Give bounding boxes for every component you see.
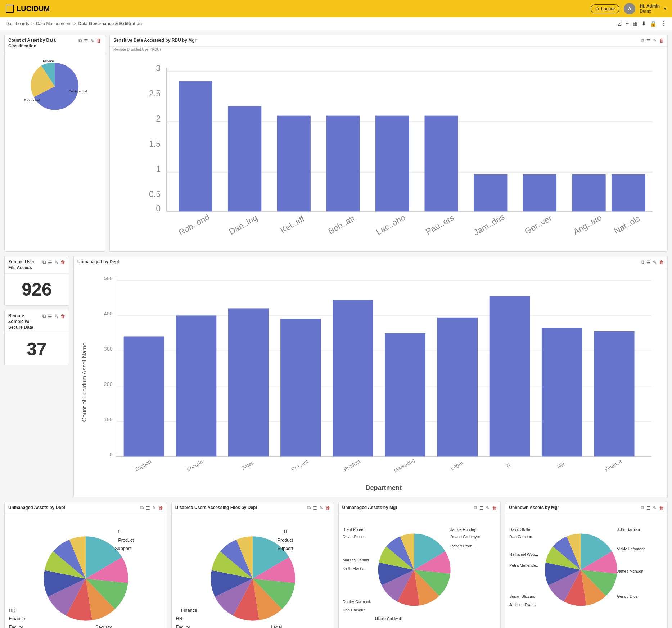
edit-icon[interactable]: ✎ [653,505,657,511]
svg-text:David Stolle: David Stolle [509,527,530,532]
delete-icon[interactable]: 🗑 [659,38,664,44]
copy-icon[interactable]: ⧉ [641,259,644,265]
svg-rect-53 [333,300,373,456]
copy-icon[interactable]: ⧉ [641,505,644,511]
table-icon[interactable]: ☰ [479,505,484,511]
svg-text:Janice Huntley: Janice Huntley [450,527,476,532]
table-icon[interactable]: ☰ [48,260,52,265]
wb-xam: John Barbian Vickie Lafontant James Mchu… [505,514,667,628]
widget-unmanaged-by-dept: Unmanaged by Dept ⧉ ☰ ✎ 🗑 Count of Lucid… [73,256,668,497]
copy-icon[interactable]: ⧉ [474,505,477,511]
table-icon[interactable]: ☰ [646,260,651,265]
breadcrumb: Dashboards > Data Management > Data Gove… [0,17,672,30]
svg-text:Pro..ent: Pro..ent [290,459,309,473]
wt-dud: Disabled Users Accessing Files by Dept [175,505,305,511]
edit-icon[interactable]: ✎ [54,314,58,319]
table-icon[interactable]: ☰ [646,505,651,511]
widget-disabled-users-dept: Disabled Users Accessing Files by Dept ⧉… [171,502,334,628]
svg-text:1: 1 [156,164,161,174]
delete-icon[interactable]: 🗑 [158,505,163,511]
locate-icon: ⊙ [595,6,599,12]
download-icon[interactable]: ⬇ [641,20,646,27]
svg-rect-17 [277,116,311,212]
edit-icon[interactable]: ✎ [319,505,323,511]
copy-icon[interactable]: ⧉ [140,505,144,511]
svg-text:John Barbian: John Barbian [617,527,640,532]
edit-icon[interactable]: ✎ [486,505,490,511]
wh-dud: Disabled Users Accessing Files by Dept ⧉… [172,502,334,514]
breadcrumb-item-dashboards[interactable]: Dashboards [6,21,29,26]
widget-title-unmanaged-dept: Unmanaged by Dept [77,259,639,265]
breadcrumb-item-data-management[interactable]: Data Management [36,21,72,26]
svg-text:Petra Menendez: Petra Menendez [509,564,538,568]
delete-icon[interactable]: 🗑 [659,505,664,511]
table-icon[interactable]: ☰ [84,38,88,44]
delete-icon[interactable]: 🗑 [659,260,664,265]
svg-text:Security: Security [95,625,112,628]
svg-text:Susan Blizzard: Susan Blizzard [509,594,535,599]
svg-text:Duane Grobmyer: Duane Grobmyer [450,534,480,539]
widget-header: Count of Asset by Data Classification ⧉ … [5,35,105,52]
pie-chart-classification: Confidential Restricted Private [8,55,102,118]
copy-icon[interactable]: ⧉ [307,505,311,511]
widget-actions-unmanaged-dept: ⧉ ☰ ✎ 🗑 [641,259,664,265]
widget-body: Confidential Restricted Private [5,52,105,122]
more-icon[interactable]: ⋮ [660,20,666,27]
svg-text:David Stolle: David Stolle [343,534,364,539]
svg-text:HR: HR [556,461,566,470]
copy-icon[interactable]: ⧉ [78,38,82,44]
table-icon[interactable]: ☰ [646,38,651,44]
table-icon[interactable]: ☰ [146,505,150,511]
wh-uam: Unmanaged Assets by Mgr ⧉ ☰ ✎ 🗑 [339,502,501,514]
widget-body-unmanaged-dept: Count of Lucidum Asset Name 500 400 300 … [74,268,667,497]
edit-icon[interactable]: ✎ [54,260,58,265]
svg-text:Count of Lucidum Asset Name: Count of Lucidum Asset Name [81,342,87,422]
add-icon[interactable]: + [626,21,629,27]
svg-text:Product: Product [343,459,361,473]
delete-icon[interactable]: 🗑 [325,505,330,511]
widget-count-asset-by-classification: Count of Asset by Data Classification ⧉ … [4,35,105,252]
svg-rect-51 [228,309,269,457]
widget-header-unmanaged-dept: Unmanaged by Dept ⧉ ☰ ✎ 🗑 [74,256,667,268]
svg-rect-18 [326,116,360,212]
edit-icon[interactable]: ✎ [90,38,94,44]
svg-text:100: 100 [104,417,113,423]
widget-unknown-assets-mgr: Unknown Assets by Mgr ⧉ ☰ ✎ 🗑 [505,502,668,628]
delete-icon[interactable]: 🗑 [60,314,65,319]
user-dropdown-icon[interactable]: ▾ [664,6,666,11]
widget-remote-zombie: Remote Zombie w/ Secure Data ⧉ ☰ ✎ 🗑 37 [4,310,69,365]
delete-icon[interactable]: 🗑 [96,38,101,44]
svg-text:Product: Product [118,538,134,543]
locate-label: Locate [601,6,615,12]
copy-icon[interactable]: ⧉ [42,259,46,265]
svg-text:Legal: Legal [271,625,282,628]
edit-icon[interactable]: ✎ [653,38,657,44]
delete-icon[interactable]: 🗑 [492,505,497,511]
edit-icon[interactable]: ✎ [653,260,657,265]
svg-rect-20 [424,116,458,212]
svg-text:Facility: Facility [9,625,23,628]
table-icon[interactable]: ☰ [48,314,52,319]
svg-rect-58 [594,331,634,456]
edit-icon[interactable]: ✎ [152,505,156,511]
svg-text:James Mchugh: James Mchugh [617,569,643,573]
lock-icon[interactable]: 🔒 [650,20,657,27]
widget-header-remote-zombie: Remote Zombie w/ Secure Data ⧉ ☰ ✎ 🗑 [5,310,69,333]
copy-icon[interactable]: ⧉ [42,313,46,319]
locate-button[interactable]: ⊙ Locate [591,4,619,13]
table-icon[interactable]: ☰ [313,505,317,511]
pie-xam: John Barbian Vickie Lafontant James Mchu… [508,517,664,628]
svg-text:2.5: 2.5 [149,89,161,98]
filter-icon[interactable]: ⊿ [617,20,622,27]
pie-uad: IT Product Support Marketing Facility Fi… [8,517,164,628]
svg-rect-21 [474,174,507,211]
avatar: A [624,3,635,14]
svg-text:Vickie Lafontant: Vickie Lafontant [617,547,645,551]
delete-icon[interactable]: 🗑 [60,260,65,265]
widget-actions-zombie: ⧉ ☰ ✎ 🗑 [42,259,65,265]
breadcrumb-sep1: > [31,21,34,26]
svg-text:Support: Support [115,546,131,551]
copy-icon[interactable]: ⧉ [641,38,644,44]
layout-icon[interactable]: ▦ [632,20,638,27]
row1: Count of Asset by Data Classification ⧉ … [4,35,668,252]
